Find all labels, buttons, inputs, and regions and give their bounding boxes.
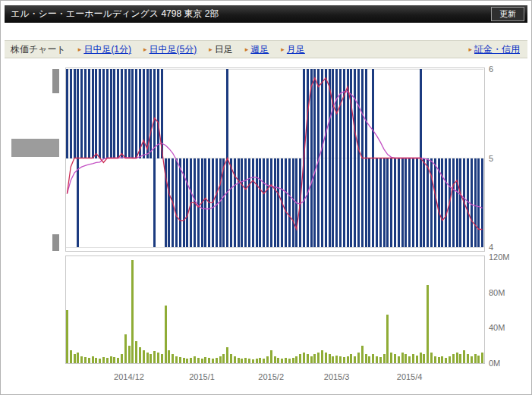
price-bar <box>339 69 342 247</box>
tab-daily[interactable]: ▸ 日足 <box>209 43 233 56</box>
price-bar <box>95 69 97 158</box>
volume-tick-label: 120M <box>489 252 510 262</box>
volume-bar <box>165 306 167 363</box>
price-bar <box>117 69 119 158</box>
price-bar <box>430 158 433 248</box>
volume-bar <box>80 356 83 363</box>
volume-bar <box>299 354 301 363</box>
tab-label: 証金・信用 <box>474 43 520 56</box>
price-bar <box>204 158 206 248</box>
volume-bar <box>310 356 313 363</box>
stock-chart-window: 654 120M80M40M0M 2014/122015/12015/22015… <box>0 0 532 395</box>
price-bar <box>66 69 68 158</box>
section-label: 株価チャート <box>5 43 78 56</box>
volume-bar <box>106 358 109 363</box>
volume-bar <box>194 356 196 363</box>
price-bar <box>197 158 200 248</box>
tab-label: 日足 <box>215 43 233 56</box>
volume-bar <box>274 356 276 363</box>
tab-intraday-5min[interactable]: ▸ 日中足(5分) <box>143 43 197 56</box>
volume-bar <box>183 358 185 363</box>
price-bar <box>292 158 294 248</box>
price-bar <box>332 69 334 247</box>
volume-bar <box>143 350 145 364</box>
volume-bar <box>66 310 68 363</box>
price-bar <box>88 69 90 158</box>
price-bar <box>335 69 338 247</box>
volume-bar <box>481 353 483 363</box>
volume-bar <box>226 347 228 363</box>
arrow-icon: ▸ <box>281 45 285 53</box>
volume-bar <box>84 357 87 363</box>
price-bar <box>179 158 181 248</box>
price-bar <box>379 158 382 248</box>
volume-bar <box>179 357 181 363</box>
price-bar <box>270 158 272 248</box>
price-bar <box>416 158 418 248</box>
volume-bar <box>95 358 97 363</box>
price-bar <box>441 158 443 248</box>
volume-bar <box>295 356 297 363</box>
volume-bar <box>266 356 269 363</box>
volume-bar <box>128 346 131 363</box>
tab-margin-credit[interactable]: ▸ 証金・信用 <box>468 43 520 56</box>
volume-bar <box>102 357 105 363</box>
price-bar <box>394 158 396 248</box>
volume-bar <box>361 346 364 363</box>
price-bar <box>434 158 436 248</box>
volume-bar <box>313 354 316 363</box>
volume-bar <box>252 359 254 363</box>
volume-bar <box>398 356 400 363</box>
volume-bar <box>92 356 94 363</box>
volume-bar <box>416 356 418 364</box>
price-bar <box>143 69 145 158</box>
volume-bar <box>474 354 477 363</box>
price-bar <box>307 69 309 247</box>
vertical-scrollbar-thumb-bottom[interactable] <box>52 234 59 251</box>
volume-bar <box>376 356 378 363</box>
price-bar <box>80 69 83 158</box>
volume-bar <box>238 358 240 363</box>
volume-bar <box>248 359 250 363</box>
volume-bar <box>471 356 473 363</box>
tab-label: 月足 <box>287 43 305 56</box>
price-bar <box>252 158 254 248</box>
volume-bar <box>175 356 178 363</box>
price-bar <box>313 69 316 247</box>
volume-bar <box>117 358 119 363</box>
price-bar <box>383 158 386 248</box>
price-bar <box>74 69 76 158</box>
vertical-scrollbar-thumb-top[interactable] <box>52 69 59 93</box>
price-bar <box>368 158 370 248</box>
title-bar: エル・シー・エーホールディングス 4798 東京 2部 更新 <box>5 5 527 23</box>
price-bar <box>408 158 411 248</box>
volume-bar <box>368 356 370 363</box>
tab-weekly[interactable]: ▸ 週足 <box>245 43 269 56</box>
price-bar <box>445 158 447 248</box>
price-bar <box>321 69 323 247</box>
volume-bar <box>317 353 320 363</box>
price-bar <box>216 158 218 248</box>
price-bar <box>456 158 458 248</box>
tab-intraday-1min[interactable]: ▸ 日中足(1分) <box>78 43 131 56</box>
price-bar <box>128 69 131 158</box>
left-slider-handle[interactable] <box>11 139 59 157</box>
volume-bar <box>88 358 90 363</box>
price-bar <box>477 158 480 248</box>
volume-bar <box>70 350 72 364</box>
chart-canvas: 654 120M80M40M0M 2014/122015/12015/22015… <box>1 1 532 395</box>
price-bar <box>175 158 178 248</box>
update-button[interactable]: 更新 <box>491 7 524 21</box>
volume-bar <box>74 354 76 363</box>
price-bar <box>386 158 389 248</box>
volume-bar <box>197 358 200 363</box>
price-bar <box>288 158 291 248</box>
price-bar <box>186 158 188 248</box>
tab-monthly[interactable]: ▸ 月足 <box>281 43 305 56</box>
volume-bar <box>124 334 127 364</box>
price-bar <box>241 158 243 248</box>
volume-bar <box>412 354 414 363</box>
volume-bar <box>394 354 396 363</box>
volume-bar <box>456 353 458 363</box>
price-bar <box>150 69 152 158</box>
